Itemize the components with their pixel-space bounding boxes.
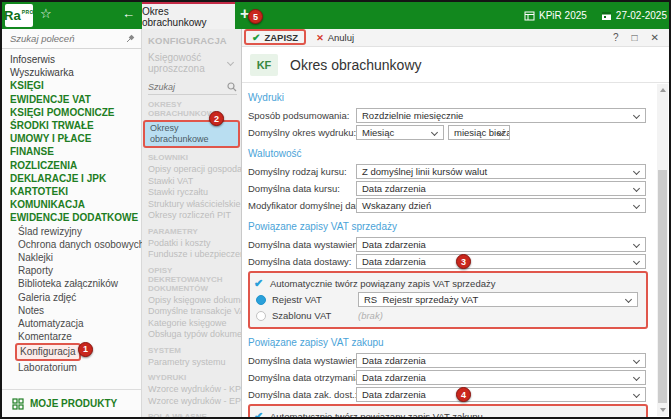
search-icon bbox=[227, 82, 237, 92]
command-search[interactable] bbox=[2, 29, 141, 49]
maximize-button[interactable]: □ bbox=[632, 32, 638, 43]
section-header-vat-zakupu: Powiązane zapisy VAT zakupu bbox=[248, 337, 656, 349]
data-otrzymania-select[interactable]: Data zdarzenia bbox=[356, 370, 646, 385]
group-system: SYSTEM Parametry systemu bbox=[148, 346, 237, 369]
sidebar-item-naklejki[interactable]: Naklejki bbox=[2, 251, 141, 264]
selected-item-wrap: Okresy obrachunkowe 2 bbox=[143, 120, 240, 148]
company-chip[interactable]: KPiR 2025 bbox=[524, 10, 587, 21]
help-button[interactable]: ? bbox=[613, 32, 619, 43]
sidebar-item-infoserwis[interactable]: Infoserwis bbox=[2, 53, 141, 66]
okres-wydruku-select[interactable]: Miesiąc bbox=[356, 125, 444, 140]
panel-search bbox=[148, 79, 237, 95]
cancel-label: Anuluj bbox=[328, 32, 354, 43]
form-content: Wydruki Sposób podsumowania: Rozdzielnie… bbox=[242, 84, 656, 417]
panel-item: Fundusze i ubezpieczenia ZUS bbox=[148, 249, 237, 261]
top-bar: Ra PRO ☆ ← Okres obrachunkowy + 5 KPiR 2… bbox=[2, 2, 669, 29]
main-sidebar: Infoserwis Wyszukiwarka KSIĘGI EWIDENCJE… bbox=[2, 29, 142, 417]
sidebar-item-umowy-i-place[interactable]: UMOWY I PŁACE bbox=[2, 132, 141, 145]
sidebar-item-komunikacja[interactable]: KOMUNIKACJA bbox=[2, 198, 141, 211]
scrollbar-up-arrow[interactable] bbox=[660, 88, 666, 92]
panel-item: Wzorce wydruków - EP bbox=[148, 396, 237, 408]
field-label: Domyślny okres wydruku: bbox=[248, 127, 356, 138]
kf-badge: KF bbox=[250, 54, 278, 76]
panel-title: KONFIGURACJA bbox=[148, 35, 237, 46]
group-header: WYDRUKI bbox=[148, 373, 237, 382]
form-toolbar: ✔ ZAPISZ ✕ Anuluj ? □ ✕ bbox=[242, 29, 669, 47]
data-dostawy-select[interactable]: Data zdarzenia bbox=[356, 254, 646, 269]
modyfikator-daty-select[interactable]: Wskazany dzień bbox=[356, 198, 646, 213]
group-opisy-dekretowanych: OPISY DEKRETOWANYCH DOKUMENTÓW Opisy ksi… bbox=[148, 266, 237, 341]
auto-vat-zakup-checkbox-row[interactable]: ✔ Automatycznie twórz powiązany zapis VA… bbox=[254, 409, 640, 417]
form-row: Domyślny rodzaj kursu: Z domyślnej linii… bbox=[248, 164, 656, 179]
group-pola-wlasne: POLA WŁASNE Pola własne zapisu w KPiR Po… bbox=[148, 412, 237, 417]
sidebar-item-notes[interactable]: Notes bbox=[2, 304, 141, 317]
radio-unselected-icon[interactable] bbox=[256, 311, 266, 321]
panel-item-okresy-obrachunkowe[interactable]: Okresy obrachunkowe bbox=[143, 120, 240, 148]
sidebar-item-galeria-zdjec[interactable]: Galeria zdjęć bbox=[2, 291, 141, 304]
sidebar-item-ewidencje-vat[interactable]: EWIDENCJE VAT bbox=[2, 93, 141, 106]
pin-icon[interactable] bbox=[126, 34, 135, 43]
group-header: PARAMETRY bbox=[148, 227, 237, 236]
app-logo: Ra PRO bbox=[5, 4, 33, 27]
radio-label: Rejestr VAT bbox=[272, 294, 358, 305]
sidebar-item-komentarze[interactable]: Komentarze bbox=[2, 330, 141, 343]
group-parametry: PARAMETRY Podatki i koszty Fundusze i ub… bbox=[148, 227, 237, 261]
sidebar-item-biblioteka-zalacznikow[interactable]: Biblioteka załączników bbox=[2, 277, 141, 290]
sidebar-item-kartoteki[interactable]: KARTOTEKI bbox=[2, 185, 141, 198]
section-header-walutowosc: Walutowość bbox=[248, 148, 656, 160]
cancel-button[interactable]: ✕ Anuluj bbox=[316, 32, 354, 43]
tab-okres-obrachunkowy[interactable]: Okres obrachunkowy bbox=[142, 2, 235, 29]
data-wystawienia-zakup-select[interactable]: Data zdarzenia bbox=[356, 353, 646, 368]
products-grid-icon bbox=[12, 398, 24, 410]
date-chip[interactable]: 27-02-2025 bbox=[601, 10, 667, 21]
annotation-badge-3: 3 bbox=[456, 254, 471, 269]
scrollbar-down-arrow[interactable] bbox=[660, 408, 666, 412]
scrollbar-thumb[interactable] bbox=[658, 170, 667, 403]
okres-wydruku-modifier-select[interactable]: miesiąc bieżący bbox=[448, 125, 510, 140]
szablon-vat-sprzedaz-row: Szablonu VAT (brak) bbox=[254, 308, 640, 323]
save-check-icon: ✔ bbox=[252, 32, 260, 43]
tab-label: Okres obrachunkowy bbox=[142, 6, 235, 28]
my-products-label: MOJE PRODUKTY bbox=[30, 398, 117, 409]
field-label: Domyślna data kursu: bbox=[248, 183, 356, 194]
data-zak-dost-select[interactable]: Data zdarzenia bbox=[356, 387, 646, 402]
data-kursu-select[interactable]: Data zdarzenia bbox=[356, 181, 646, 196]
command-search-input[interactable] bbox=[10, 33, 126, 44]
favorites-star-icon[interactable]: ☆ bbox=[40, 6, 52, 21]
save-button[interactable]: ZAPISZ bbox=[264, 32, 298, 43]
sidebar-item-raporty[interactable]: Raporty bbox=[2, 264, 141, 277]
my-products-button[interactable]: MOJE PRODUKTY bbox=[2, 389, 141, 417]
konfiguracja-label: Konfiguracja bbox=[20, 346, 76, 357]
sidebar-item-ksiegi[interactable]: KSIĘGI bbox=[2, 79, 141, 92]
auto-vat-sprzedaz-checkbox-row[interactable]: ✔ Automatycznie twórz powiązany zapis VA… bbox=[254, 276, 640, 291]
sidebar-item-srodki-trwale[interactable]: ŚRODKI TRWAŁE bbox=[2, 119, 141, 132]
group-header: SŁOWNIKI bbox=[148, 153, 237, 162]
sidebar-item-rozliczenia[interactable]: ROZLICZENIA bbox=[2, 159, 141, 172]
panel-item: Stawki ryczałtu bbox=[148, 187, 237, 199]
radio-selected-icon[interactable] bbox=[256, 295, 266, 305]
sidebar-item-laboratorium[interactable]: Laboratorium bbox=[2, 361, 141, 374]
data-wystawienia-sprzedaz-select[interactable]: Data zdarzenia bbox=[356, 237, 646, 252]
sidebar-item-ksiegi-pomocnicze[interactable]: KSIĘGI POMOCNICZE bbox=[2, 106, 141, 119]
sidebar-item-ochrona-danych[interactable]: Ochrona danych osobowych bbox=[2, 238, 141, 251]
sidebar-item-ewidencje-dodatkowe[interactable]: EWIDENCJE DODATKOWE bbox=[2, 211, 141, 224]
form-row: Domyślna data otrzymania: Data zdarzenia bbox=[248, 370, 656, 385]
vertical-scrollbar[interactable] bbox=[657, 84, 668, 416]
annotation-box-3: ✔ Automatycznie twórz powiązany zapis VA… bbox=[248, 271, 648, 329]
group-wydruki: WYDRUKI Wzorce wydruków - KPiR Wzorce wy… bbox=[148, 373, 237, 407]
sidebar-item-konfiguracja[interactable]: Konfiguracja 1 bbox=[2, 343, 141, 360]
panel-item: Wzorce wydruków - KPiR bbox=[148, 384, 237, 396]
checkbox-checked-icon: ✔ bbox=[254, 410, 270, 417]
sidebar-item-wyszukiwarka[interactable]: Wyszukiwarka bbox=[2, 66, 141, 79]
group-header: SYSTEM bbox=[148, 346, 237, 355]
sidebar-item-slad-rewizyjny[interactable]: Ślad rewizyjny bbox=[2, 225, 141, 238]
main-panel: ✔ ZAPISZ ✕ Anuluj ? □ ✕ KF Okres obrachu… bbox=[242, 29, 669, 417]
rodzaj-kursu-select[interactable]: Z domyślnej linii kursów walut bbox=[356, 164, 646, 179]
rejestr-vat-sprzedaz-select[interactable]: RS Rejestr sprzedaży VAT bbox=[358, 292, 638, 307]
sidebar-item-automatyzacja[interactable]: Automatyzacja bbox=[2, 317, 141, 330]
back-arrow-icon[interactable]: ← bbox=[122, 6, 135, 21]
sidebar-item-finanse[interactable]: FINANSE bbox=[2, 145, 141, 158]
sidebar-item-deklaracje-i-jpk[interactable]: DEKLARACJE I JPK bbox=[2, 172, 141, 185]
close-button[interactable]: ✕ bbox=[651, 32, 659, 43]
sposob-podsumowania-select[interactable]: Rozdzielnie miesięcznie bbox=[356, 108, 646, 123]
